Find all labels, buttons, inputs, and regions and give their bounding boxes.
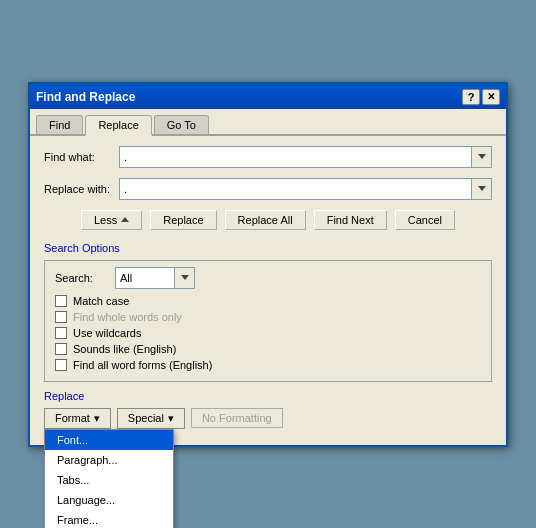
bottom-buttons-row: Format ▾ Font... Paragraph... Tabs... La… <box>44 408 492 429</box>
all-word-forms-label: Find all word forms (English) <box>73 359 212 371</box>
action-buttons-row: Less Replace Replace All Find Next Cance… <box>44 210 492 230</box>
checkbox-row-2: Use wildcards <box>55 327 481 339</box>
tab-goto[interactable]: Go To <box>154 115 209 134</box>
replace-with-value: . <box>124 183 127 195</box>
title-bar: Find and Replace ? ✕ <box>30 85 506 109</box>
arrow-down-icon <box>478 154 486 159</box>
no-formatting-button[interactable]: No Formatting <box>191 408 283 428</box>
dialog-title: Find and Replace <box>36 90 135 104</box>
close-button[interactable]: ✕ <box>482 89 500 105</box>
find-replace-dialog: Find and Replace ? ✕ Find Replace Go To … <box>28 82 508 447</box>
format-dropdown-menu: Font... Paragraph... Tabs... Language...… <box>44 429 174 529</box>
format-button-label: Format <box>55 412 90 424</box>
less-arrow-icon <box>121 217 129 222</box>
find-whole-words-label: Find whole words only <box>73 311 182 323</box>
format-menu-item-tabs[interactable]: Tabs... <box>45 470 173 490</box>
find-what-row: Find what: . <box>44 146 492 168</box>
checkbox-row-4: Find all word forms (English) <box>55 359 481 371</box>
special-arrow-icon: ▾ <box>168 412 174 425</box>
replace-with-wrapper: . <box>119 178 492 200</box>
search-options-label[interactable]: Search Options <box>44 242 492 254</box>
match-case-checkbox[interactable] <box>55 295 67 307</box>
title-bar-controls: ? ✕ <box>462 89 500 105</box>
replace-with-label: Replace with: <box>44 183 119 195</box>
less-button[interactable]: Less <box>81 210 142 230</box>
replace-with-dropdown-arrow[interactable] <box>471 179 491 199</box>
search-row: Search: All <box>55 267 481 289</box>
special-button-label: Special <box>128 412 164 424</box>
help-button[interactable]: ? <box>462 89 480 105</box>
use-wildcards-checkbox[interactable] <box>55 327 67 339</box>
special-button[interactable]: Special ▾ <box>117 408 185 429</box>
format-menu-item-paragraph[interactable]: Paragraph... <box>45 450 173 470</box>
checkbox-row-3: Sounds like (English) <box>55 343 481 355</box>
checkbox-row-0: Match case <box>55 295 481 307</box>
arrow-down-icon3 <box>181 275 189 280</box>
search-dropdown-arrow[interactable] <box>174 268 194 288</box>
format-menu-item-frame[interactable]: Frame... <box>45 510 173 529</box>
format-menu-item-font[interactable]: Font... <box>45 430 173 450</box>
replace-button[interactable]: Replace <box>150 210 216 230</box>
all-word-forms-checkbox[interactable] <box>55 359 67 371</box>
tab-find[interactable]: Find <box>36 115 83 134</box>
find-what-dropdown-arrow[interactable] <box>471 147 491 167</box>
arrow-down-icon2 <box>478 186 486 191</box>
find-what-value: . <box>124 151 127 163</box>
search-label: Search: <box>55 272 115 284</box>
replace-with-input[interactable]: . <box>119 178 492 200</box>
dialog-content: Find what: . Replace with: . <box>30 136 506 445</box>
sounds-like-label: Sounds like (English) <box>73 343 176 355</box>
find-whole-words-checkbox[interactable] <box>55 311 67 323</box>
format-button[interactable]: Format ▾ <box>44 408 111 429</box>
sounds-like-checkbox[interactable] <box>55 343 67 355</box>
tabs-row: Find Replace Go To <box>30 109 506 136</box>
use-wildcards-label: Use wildcards <box>73 327 141 339</box>
match-case-label: Match case <box>73 295 129 307</box>
tab-replace[interactable]: Replace <box>85 115 151 136</box>
cancel-button[interactable]: Cancel <box>395 210 455 230</box>
find-what-wrapper: . <box>119 146 492 168</box>
format-menu-item-language[interactable]: Language... <box>45 490 173 510</box>
search-select[interactable]: All <box>115 267 195 289</box>
format-dropdown-container: Format ▾ Font... Paragraph... Tabs... La… <box>44 408 111 429</box>
replace-section-label[interactable]: Replace <box>44 390 492 402</box>
format-arrow-icon: ▾ <box>94 412 100 425</box>
search-options-group: Search: All Match case Find whole words … <box>44 260 492 382</box>
find-what-input[interactable]: . <box>119 146 492 168</box>
replace-with-row: Replace with: . <box>44 178 492 200</box>
checkbox-row-1: Find whole words only <box>55 311 481 323</box>
find-next-button[interactable]: Find Next <box>314 210 387 230</box>
search-value: All <box>120 272 132 284</box>
find-what-label: Find what: <box>44 151 119 163</box>
replace-all-button[interactable]: Replace All <box>225 210 306 230</box>
